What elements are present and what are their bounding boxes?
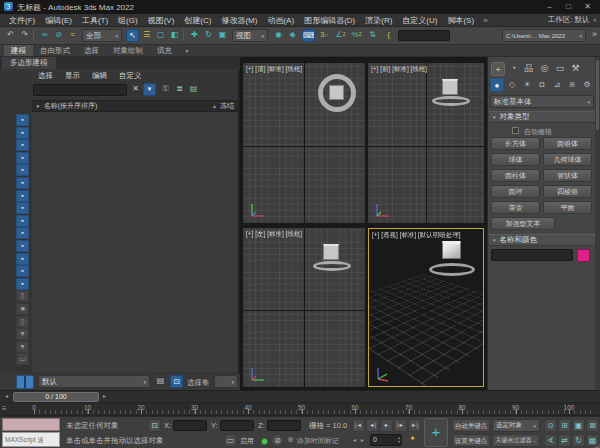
viewport-front[interactable]: [+] [前] [标准] [线框] — [368, 63, 484, 223]
y-coordinate-field[interactable] — [220, 420, 254, 431]
time-slider[interactable]: ◄ 0 / 100 ► — [0, 390, 600, 403]
create-box-button[interactable]: 长方体 — [491, 137, 540, 150]
menu-overflow-chevron[interactable]: » — [483, 16, 487, 25]
explorer-search-input[interactable] — [33, 84, 127, 96]
spinner-snap-toggle-button[interactable]: ⇅ — [366, 29, 379, 42]
category-shapes-icon[interactable]: ◇ — [505, 78, 519, 92]
explorer-column-header[interactable]: ● 名称(按升序排序) ▲ 冻结 — [32, 100, 238, 112]
nav-zoom-button[interactable]: ⊙ — [544, 419, 557, 432]
ribbon-tab-populate[interactable]: 填充 — [150, 45, 179, 56]
use-pivot-point-button[interactable]: ◉ — [272, 29, 285, 42]
create-torus-button[interactable]: 圆环 — [491, 185, 540, 198]
undo-button[interactable]: ↶ — [4, 29, 17, 42]
object-color-swatch[interactable] — [577, 249, 590, 262]
nav-pan-button[interactable]: ⇄ — [558, 434, 571, 447]
object-name-input[interactable] — [491, 249, 573, 261]
isolate-selection-icon[interactable]: ▤ — [154, 375, 167, 388]
create-tube-button[interactable]: 管状体 — [543, 169, 592, 182]
explorer-filter-icon-16[interactable]: ■ — [16, 303, 29, 315]
viewport-top-label[interactable]: [+] [顶] [标准] [线框] — [246, 65, 302, 74]
playback-go-to-end-button[interactable]: ►| — [408, 419, 421, 432]
edit-named-selection-sets-button[interactable]: { — [382, 29, 395, 42]
viewcube[interactable] — [429, 237, 475, 279]
explorer-menu-edit[interactable]: 编辑 — [92, 71, 107, 81]
nav-zoom-extents-all-button[interactable]: ⊠ — [586, 419, 599, 432]
slider-left-arrow[interactable]: ◄ — [4, 393, 9, 399]
maxscript-macro-recorder[interactable] — [2, 418, 60, 431]
track-bar[interactable]: ≡ 0102030405060708090100 — [0, 403, 600, 416]
create-textplus-button[interactable]: 加强型文本 — [491, 217, 555, 230]
select-and-move-button[interactable]: ✚ — [188, 29, 201, 42]
explorer-filter-icon-9[interactable]: ▪ — [16, 215, 29, 227]
redo-button[interactable]: ↷ — [18, 29, 31, 42]
explorer-filter-icon-11[interactable]: ▪ — [16, 240, 29, 252]
viewcube[interactable] — [432, 77, 470, 107]
autogrid-checkbox[interactable] — [512, 127, 519, 134]
create-pyramid-button[interactable]: 四棱锥 — [543, 185, 592, 198]
viewport-left[interactable]: [+] [左] [标准] [线框] — [243, 228, 365, 387]
rollout-object-type[interactable]: ▾ 对象类型 — [489, 111, 595, 123]
explorer-filter-icon-12[interactable]: ▪ — [16, 253, 29, 265]
explorer-filter-icon-13[interactable]: ▪ — [16, 265, 29, 277]
detail-view-icon[interactable]: ▤ — [187, 83, 200, 96]
maxscript-mini-listener[interactable]: MAXScript 迷 — [2, 432, 60, 447]
selection-lock-toggle[interactable]: ⊡ — [148, 419, 161, 432]
menu-item-animation[interactable]: 动画(A) — [267, 15, 294, 26]
key-filters-button[interactable]: 关键点过滤器... — [492, 434, 540, 447]
menu-item-tools[interactable]: 工具(T) — [82, 15, 108, 26]
menu-item-views[interactable]: 视图(V) — [148, 15, 175, 26]
filter-funnel-icon[interactable]: ▼ — [143, 83, 156, 96]
select-and-manipulate-button[interactable]: ◈ — [286, 29, 299, 42]
viewport-perspective[interactable]: [+] [透视] [标准] [默认明暗处理] — [368, 228, 484, 387]
menu-item-edit[interactable]: 编辑(E) — [45, 15, 72, 26]
command-tab-display[interactable]: ▭ — [553, 62, 567, 76]
set-keys-button[interactable]: + — [424, 418, 448, 447]
frozen-column-header[interactable]: 冻结 — [220, 101, 234, 111]
minimize-button[interactable]: – — [540, 0, 559, 14]
category-geometry-icon[interactable]: ● — [490, 78, 504, 92]
ribbon-tab-selection[interactable]: 选择 — [77, 45, 106, 56]
explorer-filter-icon-14[interactable]: ▪ — [16, 278, 29, 290]
explorer-filter-icon-8[interactable]: ▪ — [16, 202, 29, 214]
menu-item-modifiers[interactable]: 修改器(M) — [221, 15, 257, 26]
window-crossing-toggle-button[interactable]: ◧ — [168, 29, 181, 42]
explorer-filter-icon-4[interactable]: ▪ — [16, 152, 29, 164]
explorer-filter-icon-18[interactable]: ▼ — [16, 328, 29, 340]
frame-spin-left-icon[interactable]: ◄ — [352, 437, 357, 443]
recent-project-dropdown[interactable]: C:\Users\… Max 2022 ▾ — [502, 29, 586, 42]
percent-snap-toggle-button[interactable]: %2 — [350, 29, 363, 42]
command-tab-modify[interactable]: ◔ — [507, 62, 521, 76]
unlink-selection-icon[interactable]: ⊘ — [52, 29, 65, 42]
explorer-menu-select[interactable]: 选择 — [38, 71, 53, 81]
create-geosphere-button[interactable]: 几何球体 — [543, 153, 592, 166]
close-button[interactable]: ✕ — [578, 0, 597, 14]
spinner-icon[interactable]: ▴▾ — [398, 436, 400, 444]
playback-previous-frame-button[interactable]: ◄| — [366, 419, 379, 432]
named-selection-set-dropdown[interactable]: ▾ — [214, 375, 238, 388]
command-tab-create[interactable]: ＋ — [491, 62, 505, 76]
explorer-filter-icon-15[interactable]: ▯ — [16, 290, 29, 302]
rectangular-selection-region-button[interactable]: ▢ — [154, 29, 167, 42]
rollout-name-and-color[interactable]: ▾ 名称和颜色 — [489, 234, 595, 246]
create-cone-button[interactable]: 圆锥体 — [543, 137, 592, 150]
category-lights-icon[interactable]: ☀ — [520, 78, 534, 92]
menu-item-graph-editors[interactable]: 图形编辑器(D) — [304, 15, 355, 26]
viewport-perspective-label[interactable]: [+] [透视] [标准] [默认明暗处理] — [372, 231, 461, 240]
list-view-icon[interactable]: ≣ — [173, 83, 186, 96]
explorer-filter-icon-20[interactable]: ▭ — [16, 353, 29, 365]
nav-orbit-button[interactable]: ↻ — [572, 434, 585, 447]
clear-search-icon[interactable]: ✕ — [129, 83, 142, 96]
adaptive-degradation-icon[interactable]: ▭ — [224, 434, 237, 447]
viewcube[interactable] — [313, 242, 351, 272]
frame-spin-right-icon[interactable]: ► — [360, 437, 365, 443]
explorer-menu-display[interactable]: 显示 — [65, 71, 80, 81]
create-sphere-button[interactable]: 球体 — [491, 153, 540, 166]
menu-item-rendering[interactable]: 渲染(R) — [365, 15, 392, 26]
key-selection-dropdown[interactable]: 选定对象 ▾ — [492, 419, 540, 432]
named-selection-sets-input[interactable] — [398, 30, 450, 41]
snaps-toggle-button[interactable]: 3∩ — [318, 29, 331, 42]
keyboard-shortcut-override-button[interactable]: ⌨ — [302, 29, 315, 42]
selection-filter-dropdown[interactable]: 全部 ▾ — [82, 29, 122, 42]
bind-to-space-warp-icon[interactable]: ≈ — [66, 29, 79, 42]
category-cameras-icon[interactable]: ◘ — [535, 78, 549, 92]
